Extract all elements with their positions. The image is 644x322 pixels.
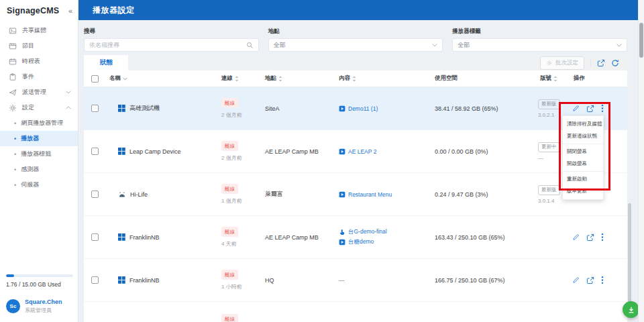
export-icon[interactable] <box>586 233 594 241</box>
player-location: HQ <box>262 277 335 284</box>
space-used: 0.24 / 9.47 GB (3%) <box>431 191 537 198</box>
table-row: Leap Camp Device 離線 2 個月前 AE LEAP Camp M… <box>84 130 627 173</box>
row-checkbox[interactable] <box>91 148 99 155</box>
last-seen: 4 天前 <box>221 240 262 248</box>
windows-icon <box>118 148 125 155</box>
version-badge: 最新版 <box>538 99 560 109</box>
sort-icon <box>352 76 356 82</box>
sidebar-subitem-players[interactable]: • 播放器 <box>0 131 78 146</box>
sidebar-subitem-sensors[interactable]: • 感測器 <box>0 162 78 177</box>
edit-icon[interactable] <box>572 105 580 112</box>
storage-section: 1.76 / 15.00 GB Used <box>0 270 78 290</box>
more-actions-icon[interactable] <box>601 276 604 284</box>
last-seen: 2 個月前 <box>221 111 262 119</box>
sidebar: SignageCMS « 共享媒體 節目 時程表 事件 派送管理 <box>0 0 78 322</box>
sort-icon <box>235 76 239 82</box>
select-all-checkbox[interactable] <box>91 75 99 83</box>
row-checkbox[interactable] <box>91 105 99 112</box>
table-scrollbar <box>628 72 631 314</box>
row-checkbox[interactable] <box>91 276 99 284</box>
gear-icon <box>9 104 17 112</box>
sidebar-item-programs[interactable]: 節目 <box>0 38 78 54</box>
program-play-icon <box>339 148 345 155</box>
export-icon[interactable] <box>586 105 594 113</box>
tags-select[interactable]: 全部 <box>452 38 627 52</box>
content-link[interactable]: Restaurant Menu <box>339 191 431 198</box>
player-location: AE LEAP Camp MB <box>262 234 335 241</box>
menu-divider <box>563 171 603 172</box>
page-header: 播放器設定 <box>78 0 644 20</box>
sidebar-nav: 共享媒體 節目 時程表 事件 派送管理 設定 • <box>0 23 78 193</box>
context-menu-item[interactable]: 重新啟動 <box>563 173 603 185</box>
sidebar-subitem-web-player-management[interactable]: • 網頁播放器管理 <box>0 115 78 131</box>
column-header-6: 操作 <box>570 74 627 83</box>
page-scrollbar-thumb[interactable] <box>639 23 643 58</box>
location-label: 地點 <box>268 28 443 36</box>
row-checkbox[interactable] <box>91 191 99 198</box>
status-badge: 離線 <box>221 141 238 151</box>
edit-icon[interactable] <box>572 276 580 284</box>
context-menu-item[interactable]: 清除排程及媒體 <box>563 118 603 130</box>
bullet-icon: • <box>14 182 16 189</box>
batch-settings-button[interactable]: 批次設定 <box>540 56 584 70</box>
sidebar-subitem-label: 網頁播放器管理 <box>21 119 63 127</box>
version-badge: 更新中 <box>538 142 560 152</box>
main-area: 播放器設定 搜尋 地點 全部 播放器標籤 全部 狀態 <box>78 0 644 322</box>
context-menu-item[interactable]: 版本更新 <box>563 185 603 197</box>
download-fab[interactable] <box>623 301 639 318</box>
column-header-3[interactable]: 內容 <box>335 74 431 83</box>
more-actions-icon[interactable] <box>601 233 604 241</box>
players-card: 狀態 批次設定 名稱連線地點內容使用空間版號操作 高雄測試機 離線 2 個 <box>84 55 627 322</box>
player-name: FranklinNB <box>129 234 160 241</box>
table-scrollbar-thumb[interactable] <box>628 203 631 313</box>
divider <box>590 58 591 67</box>
sidebar-item-settings[interactable]: 設定 <box>0 100 78 115</box>
content-link[interactable]: AE LEAP 2 <box>339 148 431 155</box>
sidebar-item-dispatch[interactable]: 派送管理 <box>0 85 78 100</box>
table-row: Hi-Life 離線 1 個月前 萊爾富 Restaurant Menu 0.2… <box>84 173 627 216</box>
content-link[interactable]: 台糖demo <box>339 238 431 246</box>
column-header-2[interactable]: 地點 <box>262 74 335 83</box>
sidebar-subitem-servers[interactable]: • 伺服器 <box>0 177 78 193</box>
refresh-icon[interactable] <box>611 59 619 67</box>
edit-icon[interactable] <box>572 233 580 241</box>
row-checkbox[interactable] <box>91 233 99 241</box>
status-badge: 離線 <box>221 270 238 280</box>
bullet-icon: • <box>14 151 16 158</box>
sidebar-collapse-icon[interactable]: « <box>68 7 72 15</box>
user-role: 系統管理員 <box>25 307 62 314</box>
program-play-icon <box>339 239 345 246</box>
column-header-1[interactable]: 連線 <box>218 74 262 83</box>
send-icon <box>9 89 17 97</box>
last-seen: 1 小時前 <box>221 283 262 290</box>
context-menu-item[interactable]: 開啟螢幕 <box>563 158 603 170</box>
export-icon[interactable] <box>597 59 605 67</box>
version-badge: 最新版 <box>538 185 560 195</box>
export-icon[interactable] <box>586 276 594 284</box>
tab-actions: 批次設定 <box>540 55 627 70</box>
sidebar-subitem-player-tags[interactable]: • 播放器標籤 <box>0 146 78 162</box>
sidebar-item-events[interactable]: 事件 <box>0 69 78 85</box>
sidebar-item-schedule[interactable]: 時程表 <box>0 54 78 69</box>
touch-program-icon <box>339 229 345 235</box>
context-menu-item[interactable]: 更新連線狀態 <box>563 130 603 142</box>
menu-divider <box>563 144 603 144</box>
sidebar-item-label: 派送管理 <box>22 88 46 97</box>
more-actions-icon[interactable] <box>601 104 604 113</box>
location-filter: 地點 全部 <box>268 28 443 52</box>
avatar[interactable]: Sc <box>6 299 20 313</box>
sidebar-item-shared-media[interactable]: 共享媒體 <box>0 23 78 38</box>
bullet-icon: • <box>14 120 16 127</box>
tab-status[interactable]: 狀態 <box>84 55 128 70</box>
sidebar-subitem-label: 播放器 <box>21 134 39 143</box>
column-header-0[interactable]: 名稱 <box>106 74 218 83</box>
content-link[interactable]: 台G-demo-final <box>339 228 431 236</box>
search-input[interactable] <box>89 42 246 48</box>
user-name[interactable]: Square.Chen <box>25 299 62 305</box>
space-used: 163.43 / 250.10 GB (65%) <box>431 234 537 241</box>
column-header-5[interactable]: 版號 <box>537 74 570 83</box>
table-body: 高雄測試機 離線 2 個月前 SiteA Demo11 (1) 38.41 / … <box>84 87 627 322</box>
location-select[interactable]: 全部 <box>268 38 443 52</box>
context-menu-item[interactable]: 關閉螢幕 <box>563 146 603 158</box>
content-link[interactable]: Demo11 (1) <box>339 105 431 112</box>
